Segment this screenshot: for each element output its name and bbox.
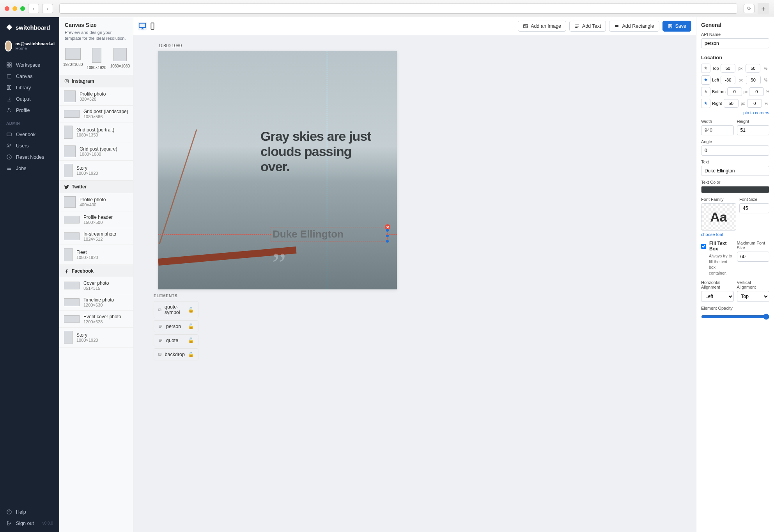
pin-corners-link[interactable]: pin to corners: [701, 110, 769, 115]
svg-point-7: [8, 108, 10, 110]
desktop-view-icon[interactable]: [138, 22, 147, 30]
forward-button[interactable]: ›: [42, 4, 53, 13]
element-item-quote[interactable]: quote🔓: [154, 334, 198, 346]
left-value2-input[interactable]: [746, 76, 761, 84]
nav-item-overlook[interactable]: Overlook: [0, 129, 59, 140]
width-input[interactable]: [701, 125, 734, 135]
element-item-quote-symbol[interactable]: quote-symbol🔓: [154, 301, 198, 318]
size-item-fleet[interactable]: Fleet1080×1920: [59, 245, 133, 265]
lock-icon: 🔓: [188, 323, 194, 329]
size-item-grid-post-square-[interactable]: Grid post (square)1080×1080: [59, 142, 133, 161]
size-section-facebook: Facebook: [59, 265, 133, 277]
author-text-element[interactable]: Duke Ellington ✕: [271, 227, 388, 241]
font-preview[interactable]: Aa: [701, 203, 736, 231]
lock-icon: 🔒: [188, 351, 194, 357]
window-controls[interactable]: [5, 6, 25, 11]
pin-top-icon[interactable]: [701, 64, 710, 73]
preset-1080×1080[interactable]: 1080×1080: [110, 48, 130, 70]
choose-font-link[interactable]: choose font: [701, 232, 736, 237]
pin-left-icon[interactable]: [701, 75, 710, 85]
size-item-grid-post-landscape-[interactable]: Grid post (landscape)1080×566: [59, 106, 133, 122]
nav-item-users[interactable]: Users: [0, 140, 59, 151]
font-size-input[interactable]: [739, 203, 769, 213]
size-item-story[interactable]: Story1080×1920: [59, 161, 133, 181]
size-item-profile-photo[interactable]: Profile photo400×400: [59, 193, 133, 211]
nav-item-jobs[interactable]: Jobs: [0, 163, 59, 174]
save-button[interactable]: Save: [662, 21, 692, 32]
reload-button[interactable]: ⟳: [744, 4, 755, 13]
pin-right-icon[interactable]: [701, 99, 710, 108]
size-item-in-stream-photo[interactable]: In-stream photo1024×512: [59, 228, 133, 245]
svg-rect-6: [10, 86, 11, 90]
canvas-viewport[interactable]: 1080×1080 Gray skies are just clouds pas…: [133, 35, 696, 532]
canvas[interactable]: Gray skies are just clouds passing over.…: [158, 51, 397, 289]
text-color-swatch[interactable]: [701, 186, 769, 193]
bottom-value-input[interactable]: [727, 87, 742, 96]
valign-select[interactable]: Top: [737, 291, 770, 302]
add-text-button[interactable]: Add Text: [569, 21, 606, 32]
top-value2-input[interactable]: [746, 64, 760, 73]
text-input[interactable]: [701, 166, 769, 176]
size-item-profile-photo[interactable]: Profile photo320×320: [59, 87, 133, 106]
svg-point-14: [66, 80, 67, 82]
size-item-cover-photo[interactable]: Cover photo851×315: [59, 277, 133, 294]
height-input[interactable]: [737, 125, 770, 135]
size-item-grid-post-portrait-[interactable]: Grid post (portrait)1080×1350: [59, 122, 133, 142]
svg-point-12: [7, 510, 11, 514]
sidebar: switchboard ns@switchboard.ai Home Works…: [0, 17, 59, 532]
nav-item-output[interactable]: Output: [0, 93, 59, 105]
quote-symbol-element[interactable]: ”: [272, 246, 286, 282]
fill-text-box-checkbox[interactable]: [701, 241, 706, 252]
svg-rect-1: [10, 63, 11, 64]
mobile-view-icon[interactable]: [148, 22, 157, 30]
element-item-backdrop[interactable]: backdrop🔒: [154, 348, 198, 360]
help-link[interactable]: Help: [0, 506, 59, 518]
left-value-input[interactable]: [721, 76, 735, 84]
preset-1920×1080[interactable]: 1920×1080: [63, 48, 83, 70]
user-menu[interactable]: ns@switchboard.ai Home: [0, 37, 59, 58]
bottom-value2-input[interactable]: [749, 87, 764, 96]
svg-point-10: [10, 145, 11, 146]
avatar: [5, 41, 12, 51]
svg-rect-17: [151, 23, 154, 29]
size-item-timeline-photo[interactable]: Timeline photo1200×630: [59, 294, 133, 311]
brand: switchboard: [0, 17, 59, 37]
nav-item-workspace[interactable]: Workspace: [0, 59, 59, 71]
right-value-input[interactable]: [724, 99, 739, 108]
svg-rect-16: [139, 23, 146, 27]
size-item-profile-header[interactable]: Profile header1500×500: [59, 211, 133, 228]
back-button[interactable]: ‹: [28, 4, 39, 13]
nav-item-library[interactable]: Library: [0, 82, 59, 93]
angle-input[interactable]: [701, 145, 769, 156]
svg-rect-0: [7, 63, 9, 64]
canvas-size-desc: Preview and design your template for the…: [65, 30, 128, 42]
quote-text-element[interactable]: Gray skies are just clouds passing over.: [260, 129, 381, 174]
add-rectangle-button[interactable]: Add Rectangle: [609, 21, 659, 32]
pin-bottom-icon[interactable]: [701, 87, 710, 96]
top-value-input[interactable]: [721, 64, 735, 73]
canvas-size-panel: Canvas Size Preview and design your temp…: [59, 17, 133, 532]
svg-rect-4: [7, 74, 11, 78]
size-section-twitter: Twitter: [59, 181, 133, 193]
user-home: Home: [15, 46, 55, 51]
opacity-slider[interactable]: [701, 314, 769, 320]
svg-rect-3: [10, 66, 11, 67]
nav-item-canvas[interactable]: Canvas: [0, 71, 59, 82]
element-item-person[interactable]: person🔓: [154, 320, 198, 332]
signout-link[interactable]: Sign out v0.0.0: [0, 518, 59, 529]
halign-select[interactable]: Left: [701, 291, 734, 302]
max-font-size-input[interactable]: [737, 252, 770, 262]
new-tab-button[interactable]: ＋: [758, 3, 769, 14]
browser-chrome: ‹ › ⟳ ＋: [0, 0, 774, 17]
right-value2-input[interactable]: [747, 99, 762, 108]
add-image-button[interactable]: Add an Image: [518, 21, 566, 32]
api-name-input[interactable]: [701, 38, 769, 48]
preset-1080×1920[interactable]: 1080×1920: [87, 48, 106, 70]
address-bar[interactable]: [59, 4, 737, 14]
nav-item-reset-nodes[interactable]: Reset Nodes: [0, 151, 59, 163]
properties-panel: General API Name Location Toppx%Leftpx%B…: [696, 17, 774, 532]
admin-section-label: ADMIN: [0, 117, 59, 127]
size-item-story[interactable]: Story1080×1920: [59, 328, 133, 348]
size-item-event-cover-photo[interactable]: Event cover photo1200×628: [59, 311, 133, 328]
nav-item-profile[interactable]: Profile: [0, 105, 59, 116]
